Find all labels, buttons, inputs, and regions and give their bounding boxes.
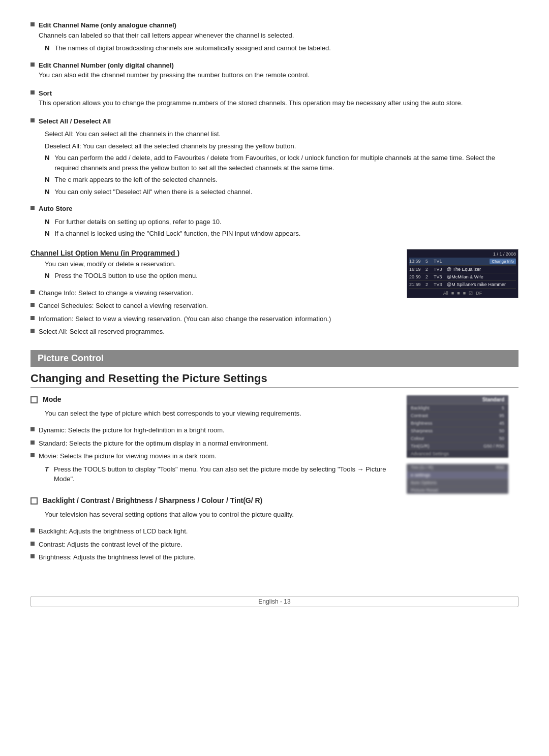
edit-channel-number-heading: Edit Channel Number (only digital channe…	[39, 61, 174, 69]
channel-list-intro: You can view, modify or delete a reserva…	[45, 259, 391, 269]
mode-label: Mode	[43, 395, 62, 403]
edit-channel-name-item: Edit Channel Name (only analogue channel…	[30, 20, 518, 40]
select-all-item: Select All / Deselect All	[30, 116, 518, 127]
change-info-item: Change Info: Select to change a viewing …	[30, 288, 391, 298]
auto-store-item: Auto Store	[30, 204, 518, 214]
tv-footer: All ■ ■ ■ ☑ DF	[409, 289, 516, 296]
bullet-icon	[30, 303, 35, 307]
mode-standard: Standard: Selects the picture for the op…	[30, 438, 391, 449]
tv-row-2: 16:19 2 TV3 @ The Equalizer	[409, 266, 516, 273]
page-footer-wrap: English - 13	[30, 581, 518, 607]
mode-movie: Movie: Selects the picture for viewing m…	[30, 451, 391, 461]
sort-desc: This operation allows you to change the …	[39, 99, 463, 107]
tv-row-3: 20:59 2 TV3 @McMilan & Wife	[409, 273, 516, 281]
select-all-note1: N You can perform the add / delete, add …	[45, 153, 518, 173]
mode-desc: You can select the type of picture which…	[45, 408, 391, 419]
bullet-icon	[30, 90, 35, 94]
tv-row-4: 21:59 2 TV3 @M Spillane's mike Hammer	[409, 281, 516, 289]
mode-dynamic: Dynamic: Selects the picture for high-de…	[30, 425, 391, 435]
bullet-icon	[30, 427, 35, 431]
bullet-icon	[30, 440, 35, 445]
change-info-badge: Change Info	[490, 259, 516, 264]
mode-t-note: T Press the TOOLS button to display "Too…	[45, 464, 391, 484]
select-all-heading: Select All / Deselect All	[39, 117, 111, 125]
bullet-icon	[30, 206, 35, 210]
auto-store-note1: N For further details on setting up opti…	[45, 217, 518, 227]
edit-channel-number-item: Edit Channel Number (only digital channe…	[30, 60, 518, 80]
sort-heading: Sort	[39, 89, 52, 97]
bullet-icon	[30, 316, 35, 320]
picture-control-title: Changing and Resetting the Picture Setti…	[30, 372, 518, 388]
tv-schedule-date: 1 / 1 / 2008	[409, 251, 516, 257]
edit-channel-name-heading: Edit Channel Name (only analogue channel…	[39, 21, 176, 29]
channel-list-section: Channel List Option Menu (in Programmed …	[30, 249, 518, 340]
bullet-icon	[30, 22, 35, 26]
cancel-schedules-item: Cancel Schedules: Select to cancel a vie…	[30, 301, 391, 311]
picture-control-section: Picture Control Changing and Resetting t…	[30, 350, 518, 565]
channel-list-heading: Channel List Option Menu (in Programmed …	[30, 249, 391, 257]
select-all-desc2: Deselect All: You can deselect all the s…	[45, 141, 518, 151]
mode-item: Mode	[30, 395, 391, 403]
bullet-icon	[30, 554, 35, 558]
bullet-icon	[30, 542, 35, 546]
edit-channel-name-note: N The names of digital broadcasting chan…	[45, 43, 518, 53]
contrast-bullet: Contrast: Adjusts the contrast level of …	[30, 540, 391, 550]
sort-item: Sort This operation allows you to change…	[30, 88, 518, 108]
backlight-label: Backlight / Contrast / Brightness / Shar…	[43, 496, 262, 505]
checkbox-icon	[30, 497, 38, 505]
backlight-item: Backlight / Contrast / Brightness / Shar…	[30, 496, 391, 505]
bullet-icon	[30, 528, 35, 532]
select-all-note3: N You can only select "Deselect All" whe…	[45, 187, 518, 197]
tv-schedule-panel: 1 / 1 / 2008 13:59 5 TV1 Change Info 16:…	[407, 249, 518, 298]
picture-control-header: Picture Control	[30, 350, 518, 367]
bullet-icon	[30, 290, 35, 294]
select-all-reserved-item: Select All: Select all reserved programm…	[30, 327, 391, 337]
auto-store-note2: N If a channel is locked using the "Chil…	[45, 229, 518, 239]
auto-store-heading: Auto Store	[39, 205, 72, 212]
checkbox-icon	[30, 396, 38, 403]
bullet-icon	[30, 329, 35, 333]
bullet-icon	[30, 62, 35, 67]
top-section: Edit Channel Name (only analogue channel…	[30, 20, 518, 239]
edit-channel-name-desc: Channels can labeled so that their call …	[39, 32, 294, 39]
brightness-bullet: Brightness: Adjusts the brightness level…	[30, 552, 391, 562]
backlight-desc: Your television has several setting opti…	[45, 510, 391, 520]
bullet-icon	[30, 453, 35, 457]
information-item: Information: Select to view a viewing re…	[30, 314, 391, 324]
edit-channel-number-desc: You can also edit the channel number by …	[39, 71, 310, 79]
select-all-desc1: Select All: You can select all the chann…	[45, 129, 518, 139]
bullet-icon	[30, 118, 35, 122]
backlight-bullet: Backlight: Adjusts the brightness of LCD…	[30, 526, 391, 537]
channel-list-note: N Press the TOOLS button to use the opti…	[45, 271, 391, 281]
tv-row-1: 13:59 5 TV1 Change Info	[409, 258, 516, 266]
select-all-note2: N The c mark appears to the left of the …	[45, 175, 518, 185]
picture-settings-panel: Standard Backlight5 Contrast95 Brightnes…	[407, 395, 518, 494]
page-footer: English - 13	[30, 596, 518, 607]
